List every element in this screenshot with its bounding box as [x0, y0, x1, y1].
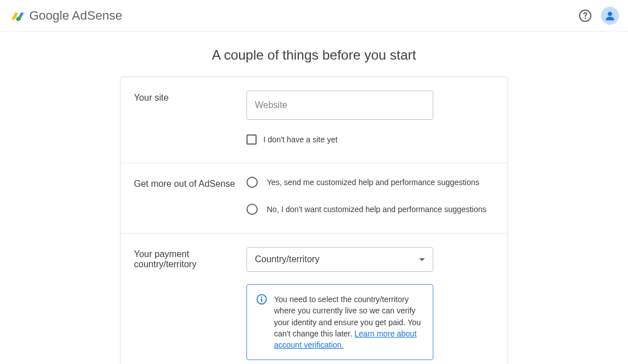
adsense-logo-icon	[9, 8, 25, 24]
help-no-radio[interactable]	[246, 204, 258, 215]
svg-point-5	[261, 296, 262, 298]
country-select-placeholder: Country/territory	[255, 254, 320, 264]
svg-point-2	[585, 17, 586, 19]
svg-rect-6	[261, 299, 262, 302]
help-yes-label: Yes, send me customized help and perform…	[267, 178, 479, 187]
site-section: Your site I don't have a site yet	[120, 77, 508, 163]
country-info-text: You need to select the country/territory…	[274, 294, 424, 350]
info-icon	[256, 294, 267, 305]
no-site-row: I don't have a site yet	[246, 134, 494, 145]
country-select-wrapper: Country/territory	[246, 247, 433, 272]
help-yes-radio[interactable]	[246, 177, 258, 188]
svg-point-3	[608, 11, 612, 16]
page-title: A couple of things before you start	[0, 47, 628, 63]
help-section: Get more out of AdSense Yes, send me cus…	[120, 163, 508, 233]
country-select[interactable]: Country/territory	[246, 247, 433, 272]
avatar[interactable]	[601, 7, 619, 25]
brand-product: AdSense	[72, 8, 122, 23]
app-header: Google AdSense	[0, 0, 628, 32]
help-section-label: Get more out of AdSense	[134, 177, 246, 215]
no-site-label: I don't have a site yet	[263, 135, 338, 144]
country-section-label: Your payment country/territory	[134, 247, 246, 360]
help-no-row: No, I don't want customized help and per…	[246, 204, 494, 215]
no-site-checkbox[interactable]	[246, 134, 257, 145]
country-section: Your payment country/territory Country/t…	[120, 233, 508, 364]
form-card: Your site I don't have a site yet Get mo…	[120, 77, 508, 364]
chevron-down-icon	[419, 258, 425, 261]
website-input[interactable]	[246, 91, 433, 120]
help-icon[interactable]	[578, 9, 592, 23]
header-left: Google AdSense	[9, 8, 122, 24]
help-section-content: Yes, send me customized help and perform…	[246, 177, 494, 215]
header-right	[578, 7, 619, 25]
country-info-box: You need to select the country/territory…	[246, 284, 433, 360]
help-yes-row: Yes, send me customized help and perform…	[246, 177, 494, 188]
brand-google: Google	[29, 8, 69, 23]
help-no-label: No, I don't want customized help and per…	[267, 205, 486, 214]
site-section-content: I don't have a site yet	[246, 91, 494, 145]
site-section-label: Your site	[134, 91, 246, 145]
country-section-content: Country/territory You need to select the…	[246, 247, 494, 360]
brand-text: Google AdSense	[29, 8, 122, 23]
